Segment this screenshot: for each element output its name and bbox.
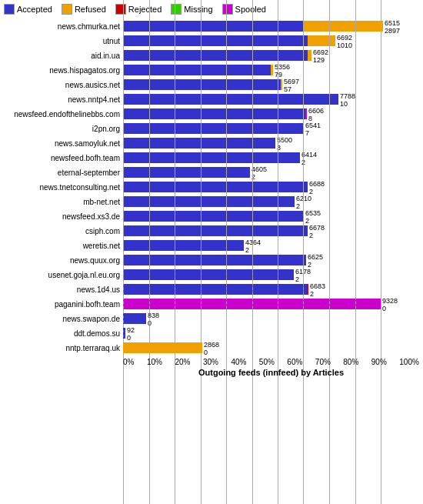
grid-line (201, 0, 202, 504)
bar-track: 61782 (123, 269, 419, 280)
bar-value-primary: 6210 (296, 195, 329, 203)
bar-track: 55003 (123, 138, 419, 149)
legend-item-rejected: Rejected (115, 4, 162, 15)
bar-inner: 8380 (123, 313, 146, 324)
bar-segment-accepted (123, 50, 308, 61)
bar-values: 66832 (310, 283, 343, 299)
bar-row: news.1d4.us66832 (4, 282, 419, 296)
legend-item-spooled: Spooled (222, 4, 266, 15)
bar-values: 46052 (251, 166, 285, 182)
legend-color-rejected (115, 4, 126, 15)
bar-label: news.ausics.net (4, 81, 123, 89)
bar-track: 65352 (123, 211, 419, 222)
bar-track: 920 (123, 328, 419, 339)
bar-segment-accepted (123, 313, 146, 324)
bar-track: 8380 (123, 313, 419, 324)
bar-segment-accepted (123, 94, 338, 105)
bar-label: news.chmurka.net (4, 22, 123, 31)
bar-row: news.samoyluk.net55003 (4, 136, 419, 150)
bar-label: eternal-september (4, 169, 123, 177)
bar-track: 66068 (123, 108, 419, 119)
bar-values: 65417 (305, 122, 338, 138)
bar-track: 535679 (123, 65, 419, 75)
x-axis-label: 100% (399, 358, 419, 366)
chart-area: news.chmurka.net65152897utnut66921010aid… (4, 19, 419, 355)
bar-segment-refused (303, 21, 383, 32)
bar-value-secondary: 2 (310, 291, 343, 299)
bar-label: aid.in.ua (4, 52, 123, 60)
bar-value-primary: 6688 (309, 181, 342, 189)
bar-segment-accepted (123, 284, 308, 295)
bar-track: 66782 (123, 225, 419, 236)
bar-track: 6692129 (123, 50, 419, 61)
bar-value-secondary: 2 (309, 232, 342, 240)
x-axis-label: 20% (175, 358, 190, 366)
bar-label: news.nntp4.net (4, 95, 123, 104)
bar-row: news.chmurka.net65152897 (4, 19, 419, 33)
bar-values: 8380 (148, 312, 181, 328)
bar-inner: 569757 (123, 79, 282, 90)
bar-value-primary: 838 (148, 312, 181, 320)
bar-inner: 28680 (123, 342, 202, 353)
bar-inner: 65417 (123, 123, 304, 134)
bar-values: 778810 (340, 93, 373, 108)
bar-track: 93280 (123, 299, 419, 309)
bar-label: nntp.terraraq.uk (4, 344, 123, 352)
bar-label: ddt.demos.su (4, 329, 123, 338)
grid-line (226, 0, 227, 504)
legend: AcceptedRefusedRejectedMissingSpooled (4, 4, 419, 15)
x-axis-labels: 0%10%20%30%40%50%60%70%80%90%100% (123, 358, 419, 366)
bar-row: news.ausics.net569757 (4, 78, 419, 92)
bar-label: mb-net.net (4, 198, 123, 206)
bar-values: 66782 (309, 225, 342, 240)
legend-color-refused (62, 4, 72, 15)
bar-track: 46052 (123, 167, 419, 178)
bar-values: 43642 (245, 239, 278, 255)
bar-track: 65152897 (123, 21, 419, 32)
bar-label: i2pn.org (4, 125, 123, 133)
x-axis-label: 40% (231, 358, 246, 366)
bar-value-secondary: 2 (245, 247, 278, 255)
bar-value-primary: 5500 (277, 137, 310, 145)
bar-value-primary: 6535 (305, 210, 338, 218)
bar-values: 66882 (309, 181, 342, 196)
grid-line (278, 0, 278, 504)
bar-label: news.samoyluk.net (4, 139, 123, 148)
bar-row: news.tnetconsulting.net66882 (4, 180, 419, 194)
bar-label: news.hispagatos.org (4, 66, 123, 75)
bar-values: 569757 (284, 78, 317, 94)
bar-segment-accepted (123, 182, 308, 192)
bar-inner: 535679 (123, 65, 273, 75)
bar-segment-refused (308, 50, 311, 61)
legend-label-spooled: Spooled (235, 5, 266, 14)
bar-values: 28680 (204, 342, 237, 357)
bar-value-secondary: 0 (382, 305, 415, 313)
bar-row: news.hispagatos.org535679 (4, 63, 419, 77)
bar-segment-accepted (123, 79, 281, 90)
bar-track: 66882 (123, 182, 419, 192)
bar-value-primary: 6625 (308, 254, 341, 262)
bar-segment-accepted (123, 167, 250, 178)
bar-inner: 65352 (123, 211, 304, 222)
bar-value-primary: 6541 (305, 122, 338, 130)
bar-track: 65417 (123, 123, 419, 134)
legend-label-missing: Missing (184, 5, 212, 14)
bar-inner: 6692129 (123, 50, 311, 61)
bar-track: 28680 (123, 342, 419, 353)
bar-inner: 778810 (123, 94, 338, 105)
x-axis-label: 70% (315, 358, 331, 366)
x-axis-title: Outgoing feeds (innfeed) by Articles (123, 368, 419, 377)
bar-values: 61782 (295, 269, 328, 284)
x-axis: 0%10%20%30%40%50%60%70%80%90%100% Outgoi… (123, 358, 419, 377)
grid-line (175, 0, 175, 504)
bar-value-primary: 9328 (382, 298, 415, 305)
bar-label: newsfeed.xs3.de (4, 212, 123, 221)
bar-value-primary: 4605 (251, 166, 285, 174)
grid-line (329, 0, 330, 504)
bar-row: nntp.terraraq.uk28680 (4, 341, 419, 355)
bar-value-secondary: 2897 (385, 28, 418, 35)
grid-line (252, 0, 253, 504)
x-axis-label: 0% (123, 358, 134, 366)
x-axis-label: 50% (259, 358, 275, 366)
bar-row: news.nntp4.net778810 (4, 92, 419, 106)
